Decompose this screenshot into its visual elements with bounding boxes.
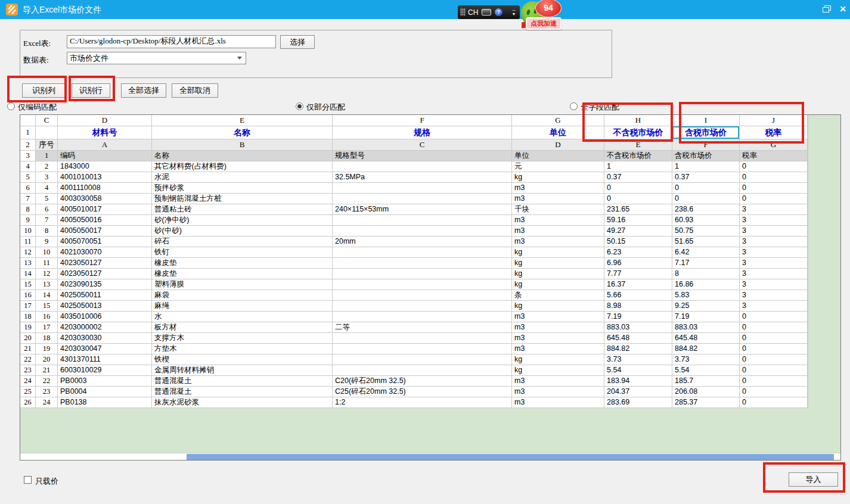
data-cell: 50.75: [672, 226, 740, 237]
data-cell: 橡皮垫: [152, 258, 333, 269]
mapped-header-cell[interactable]: 名称: [152, 126, 333, 139]
radio-code-match[interactable]: [7, 102, 15, 110]
data-cell: 884.82: [672, 344, 740, 354]
row-number: 5: [20, 172, 36, 183]
ime-grip-handle[interactable]: [460, 8, 466, 16]
data-row: 16144025050011麻袋条5.665.833: [20, 290, 808, 301]
excel-letter-cell: A: [58, 139, 152, 151]
keyboard-icon[interactable]: [482, 9, 491, 15]
data-cell: 3: [740, 247, 808, 258]
ime-collapse-control[interactable]: – ▼: [510, 8, 518, 17]
data-row: 1194005070051碎石20mmm350.1551.653: [20, 237, 808, 247]
only-price-label[interactable]: 只载价: [35, 476, 58, 487]
data-cell: 3: [740, 279, 808, 290]
data-cell: 5.54: [604, 365, 672, 376]
data-cell: 0: [672, 194, 740, 204]
data-cell: 4023050127: [58, 269, 152, 279]
data-cell: PB0138: [58, 397, 152, 408]
data-cell: 7.17: [672, 258, 740, 269]
speedup-bubble[interactable]: 点我加速: [526, 17, 562, 30]
ime-toolbar[interactable]: CH ? – ▼: [458, 5, 520, 19]
close-button[interactable]: ✕: [836, 0, 850, 19]
data-cell: 规格型号: [333, 151, 512, 161]
data-cell: 4: [36, 183, 58, 194]
excel-letter-cell: 序号: [36, 139, 58, 151]
data-cell: 4203000002: [58, 322, 152, 333]
data-cell: 0: [740, 344, 808, 354]
select-all-button[interactable]: 全部选择: [121, 83, 166, 98]
row-number: 10: [20, 226, 36, 237]
horizontal-scrollbar[interactable]: [20, 453, 840, 460]
column-letter[interactable]: F: [333, 115, 512, 126]
app-logo-icon: [6, 4, 18, 15]
data-cell: [333, 247, 512, 258]
ime-language-label[interactable]: CH: [468, 8, 478, 17]
data-cell: 不含税市场价: [604, 151, 672, 161]
score-badge[interactable]: 94: [535, 0, 562, 17]
mapped-header-cell[interactable]: 规格: [333, 126, 512, 139]
data-cell: 千块: [512, 204, 604, 215]
radio-fullfield-match[interactable]: [570, 102, 578, 110]
data-cell: 19: [36, 344, 58, 354]
excel-letter-cell: C: [333, 139, 512, 151]
data-cell: 884.82: [604, 344, 672, 354]
data-cell: 20: [36, 354, 58, 365]
restore-window-button[interactable]: [818, 0, 835, 19]
data-cell: 6.23: [604, 247, 672, 258]
data-cell: 0: [740, 365, 808, 376]
minimize-dash-icon[interactable]: –: [510, 8, 518, 12]
data-cell: 水: [152, 312, 333, 322]
help-icon[interactable]: ?: [495, 8, 502, 16]
annotation-box-recognize-rows: [69, 76, 115, 101]
radio-partial-match[interactable]: [296, 102, 303, 110]
row-number: 19: [20, 322, 36, 333]
browse-button[interactable]: 选择: [280, 35, 315, 49]
data-cell: kg: [512, 172, 604, 183]
data-cell: m3: [512, 194, 604, 204]
window-title: 导入Excel市场价文件: [23, 0, 101, 19]
column-letter[interactable]: D: [58, 115, 152, 126]
data-cell: 4023090135: [58, 279, 152, 290]
data-cell: 普通粘土砖: [152, 204, 333, 215]
chevron-down-icon[interactable]: ▼: [510, 12, 518, 17]
data-row: 754003030058预制钢筋混凝土方桩m3000: [20, 194, 808, 204]
mapped-header-cell[interactable]: 材料号: [58, 126, 152, 139]
data-cell: 6: [36, 204, 58, 215]
column-letter[interactable]: E: [152, 115, 333, 126]
data-cell: 5.66: [604, 290, 672, 301]
scrollbar-thumb[interactable]: [187, 454, 834, 460]
data-cell: 18: [36, 333, 58, 344]
data-cell: 橡皮垫: [152, 269, 333, 279]
data-cell: 铁钉: [152, 247, 333, 258]
radio-code-match-label[interactable]: 仅编码匹配: [18, 102, 57, 113]
data-cell: 麻绳: [152, 301, 333, 312]
data-cell: 4001010013: [58, 172, 152, 183]
data-cell: 206.08: [672, 387, 740, 397]
row-number: 8: [20, 204, 36, 215]
only-price-checkbox[interactable]: [24, 476, 32, 484]
data-cell: 16.86: [672, 279, 740, 290]
data-cell: 6003010029: [58, 365, 152, 376]
data-cell: 水泥: [152, 172, 333, 183]
data-cell: 5.54: [672, 365, 740, 376]
chevron-down-icon[interactable]: [237, 57, 242, 60]
data-cell: 预制钢筋混凝土方桩: [152, 194, 333, 204]
data-row: 644001110008预拌砂浆m3000: [20, 183, 808, 194]
radio-partial-match-label[interactable]: 仅部分匹配: [306, 102, 345, 113]
deselect-all-button[interactable]: 全部取消: [172, 83, 218, 98]
data-cell: kg: [512, 279, 604, 290]
data-cell: 0: [740, 172, 808, 183]
data-cell: [333, 333, 512, 344]
data-cell: m3: [512, 344, 604, 354]
row-number: 17: [20, 301, 36, 312]
column-letter[interactable]: C: [36, 115, 58, 126]
data-cell: 4203030030: [58, 333, 152, 344]
sheet-select[interactable]: 市场价文件: [67, 52, 246, 64]
excel-path-input[interactable]: C:/Users/glodon-cp/Desktop/标段人材机汇总.xls: [67, 35, 276, 48]
row-number: 16: [20, 290, 36, 301]
speedup-mascot[interactable]: 94 点我加速: [521, 0, 575, 35]
data-row: 15134023090135塑料薄膜kg16.3716.863: [20, 279, 808, 290]
mapped-header-cell[interactable]: [36, 126, 58, 139]
data-cell: 8.98: [604, 301, 672, 312]
spreadsheet-preview[interactable]: CDEFGHIJ1材料号名称规格单位不含税市场价含税市场价税率2序号ABCDEF…: [20, 114, 841, 461]
